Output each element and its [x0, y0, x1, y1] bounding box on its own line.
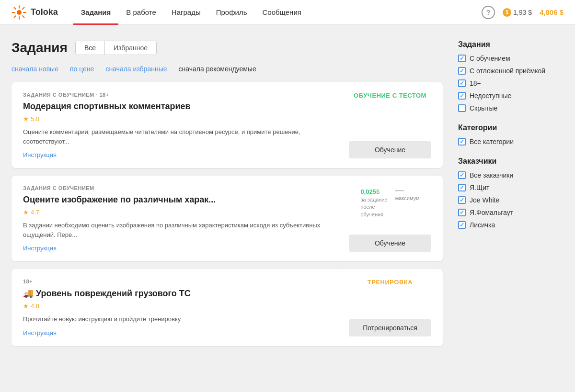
- price-max-dash-2: —: [395, 185, 420, 195]
- svg-line-6: [23, 16, 24, 18]
- card-desc-2: В задании необходимо оценить изображения…: [23, 221, 325, 239]
- card-tag-3: 18+: [23, 279, 325, 284]
- card-rating-1: ★ 5.0: [23, 115, 325, 123]
- sidebar-label-joe-white: Joe White: [470, 196, 499, 204]
- sidebar-item-s-obucheniem[interactable]: С обучением: [458, 55, 564, 62]
- card-desc-1: Оцените комментарии, размещаемые читател…: [23, 127, 325, 146]
- nav-item-zadaniya[interactable]: Задания: [73, 0, 119, 25]
- main-nav: Задания В работе Награды Профиль Сообщен…: [73, 0, 309, 24]
- price-row-2: 0,025$ за заданиепослеобучения — максиму…: [360, 185, 419, 218]
- card-tag-2: ЗАДАНИЯ С ОБУЧЕНИЕМ: [23, 185, 325, 191]
- main-content: Задания Все Избранное сначала новые по ц…: [0, 25, 575, 369]
- sidebar-label-ya-shchit: Я.Щит: [470, 184, 489, 191]
- tab-favorites[interactable]: Избранное: [105, 41, 156, 55]
- tabs-filter: Все Избранное: [75, 41, 157, 55]
- card-rating-3: ★ 4.8: [23, 302, 325, 310]
- checkbox-otlozh[interactable]: [458, 67, 466, 75]
- sidebar-label-ya-fomalgaut: Я.Фомальгаут: [470, 209, 513, 216]
- star-icon-1: ★: [23, 115, 29, 123]
- checkbox-ya-shchit[interactable]: [458, 184, 466, 191]
- price-desc-2: за заданиепослеобучения: [360, 196, 387, 218]
- sidebar-item-ya-fomalgaut[interactable]: Я.Фомальгаут: [458, 209, 564, 216]
- sort-new[interactable]: сначала новые: [12, 65, 58, 73]
- page-title: Задания: [12, 40, 68, 56]
- help-button[interactable]: ?: [482, 6, 495, 19]
- card-right-label-3: ТРЕНИРОВКА: [368, 279, 413, 286]
- svg-point-0: [17, 10, 22, 15]
- header-right: ? $ 1,93 $ 4,806 $: [482, 6, 564, 19]
- sidebar-item-otlozh[interactable]: С отложенной приёмкой: [458, 67, 564, 75]
- star-icon-3: ★: [23, 302, 29, 310]
- sort-favorites[interactable]: сначала избранные: [105, 65, 167, 73]
- card-instruction-2[interactable]: Инструкция: [23, 245, 57, 252]
- checkbox-skrytye[interactable]: [458, 104, 466, 112]
- checkbox-ya-fomalgaut[interactable]: [458, 209, 466, 216]
- card-action-btn-1[interactable]: Обучение: [349, 141, 431, 158]
- sidebar-label-vse-kategorii: Все категории: [470, 138, 514, 146]
- sidebar-section-kategorii: Категории Все категории: [458, 123, 564, 146]
- sidebar-item-18plus[interactable]: 18+: [458, 79, 564, 87]
- checkbox-vse-kategorii[interactable]: [458, 138, 466, 146]
- sidebar-section-zadaniya: Задания С обучением С отложенной приёмко…: [458, 40, 564, 112]
- sidebar-label-nedostupnye: Недоступные: [470, 92, 511, 100]
- nav-item-soobshcheniya[interactable]: Сообщения: [254, 0, 309, 25]
- rating-value-1: 5.0: [31, 115, 39, 123]
- content-area: Задания Все Избранное сначала новые по ц…: [12, 40, 443, 354]
- sidebar-item-lisichka[interactable]: Лисичка: [458, 221, 564, 229]
- card-instruction-1[interactable]: Инструкция: [23, 151, 57, 158]
- card-action-btn-2[interactable]: Обучение: [349, 235, 431, 252]
- nav-item-v-rabote[interactable]: В работе: [118, 0, 164, 25]
- sidebar-label-vse-zakazchiki: Все заказчики: [470, 171, 513, 179]
- price-max-label-2: максимум: [395, 195, 420, 201]
- sidebar-label-otlozh: С отложенной приёмкой: [470, 67, 545, 75]
- page-title-row: Задания Все Избранное: [12, 40, 443, 56]
- nav-item-nagrady[interactable]: Награды: [164, 0, 208, 25]
- card-rating-2: ★ 4.7: [23, 209, 325, 216]
- price-max-2: — максимум: [395, 185, 420, 201]
- checkbox-18plus[interactable]: [458, 79, 466, 87]
- sidebar-label-skrytye: Скрытые: [470, 104, 497, 112]
- logo-text: Toloka: [31, 7, 58, 17]
- sort-price[interactable]: по цене: [70, 65, 94, 73]
- sidebar-label-18plus: 18+: [470, 79, 481, 87]
- sidebar-item-vse-kategorii[interactable]: Все категории: [458, 138, 564, 146]
- sort-recommended[interactable]: сначала рекомендуемые: [179, 65, 256, 73]
- coin-icon: $: [503, 8, 511, 17]
- task-card-2: ЗАДАНИЯ С ОБУЧЕНИЕМ Оцените изображение …: [12, 176, 443, 261]
- svg-line-8: [14, 16, 16, 18]
- logo[interactable]: Toloka: [12, 5, 58, 20]
- balance-area: $ 1,93 $: [503, 8, 532, 17]
- logo-icon: [12, 5, 27, 20]
- star-icon-2: ★: [23, 209, 29, 216]
- checkbox-nedostupnye[interactable]: [458, 92, 466, 100]
- price-currency-2: $: [376, 188, 380, 195]
- sidebar-item-ya-shchit[interactable]: Я.Щит: [458, 184, 564, 191]
- sidebar-label-lisichka: Лисичка: [470, 221, 495, 229]
- card-left-2: ЗАДАНИЯ С ОБУЧЕНИЕМ Оцените изображение …: [12, 176, 337, 261]
- card-instruction-3[interactable]: Инструкция: [23, 329, 57, 336]
- sidebar-item-skrytye[interactable]: Скрытые: [458, 104, 564, 112]
- card-title-3: 🚚 Уровень повреждений грузового ТС: [23, 288, 325, 299]
- checkbox-vse-zakazchiki[interactable]: [458, 171, 466, 179]
- card-title-2: Оцените изображение по различным харак..…: [23, 195, 325, 205]
- checkbox-joe-white[interactable]: [458, 196, 466, 204]
- sidebar-item-joe-white[interactable]: Joe White: [458, 196, 564, 204]
- price-value-2: 0,025$: [360, 185, 387, 196]
- svg-line-5: [14, 7, 16, 9]
- card-action-btn-3[interactable]: Потренироваться: [349, 319, 431, 336]
- sort-row: сначала новые по цене сначала избранные …: [12, 65, 443, 73]
- rating-value-2: 4.7: [31, 209, 39, 216]
- checkbox-s-obucheniem[interactable]: [458, 55, 466, 62]
- card-right-1: ОБУЧЕНИЕ С ТЕСТОМ Обучение: [337, 82, 443, 168]
- sidebar-section-zakazchiki: Заказчики Все заказчики Я.Щит Joe White …: [458, 157, 564, 229]
- points-value: 4,806 $: [540, 8, 564, 16]
- card-title-1: Модерация спортивных комментариев: [23, 101, 325, 112]
- sidebar-item-nedostupnye[interactable]: Недоступные: [458, 92, 564, 100]
- card-right-3: ТРЕНИРОВКА Потренироваться: [337, 269, 443, 346]
- sidebar-item-vse-zakazchiki[interactable]: Все заказчики: [458, 171, 564, 179]
- header: Toloka Задания В работе Награды Профиль …: [0, 0, 575, 25]
- nav-item-profil[interactable]: Профиль: [208, 0, 255, 25]
- task-card-1: ЗАДАНИЯ С ОБУЧЕНИЕМ · 18+ Модерация спор…: [12, 82, 443, 168]
- tab-all[interactable]: Все: [76, 41, 105, 55]
- checkbox-lisichka[interactable]: [458, 221, 466, 229]
